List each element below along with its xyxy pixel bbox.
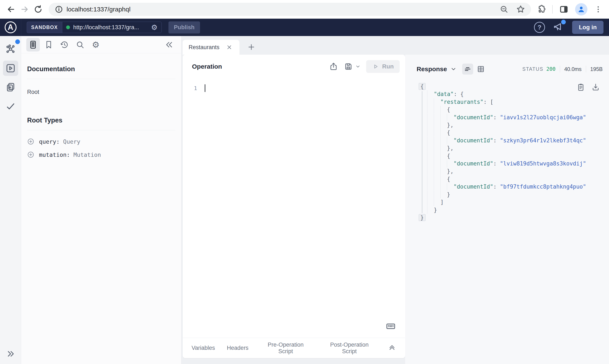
operation-title: Operation [192, 63, 222, 70]
tab-bar: Restaurants [181, 36, 609, 55]
keyboard-shortcuts-icon[interactable] [385, 321, 396, 333]
toolbar-divider [552, 5, 553, 13]
json-line: }, [417, 144, 603, 152]
collapse-docs-icon[interactable] [163, 38, 176, 52]
endpoint-group: SANDBOX http://localhost:1337/gra... ⚙ [27, 22, 162, 33]
sidebar-item-checks[interactable] [3, 99, 18, 114]
root-types-title: Root Types [27, 117, 175, 124]
browser-menu-icon[interactable] [594, 5, 603, 14]
divider [27, 130, 175, 130]
type-name[interactable]: Mutation [74, 152, 101, 158]
operation-editor[interactable]: 1 [183, 76, 405, 338]
address-bar[interactable]: localhost:1337/graphql [49, 3, 531, 16]
browser-forward-button[interactable] [18, 2, 31, 16]
tab-post-operation-script[interactable]: Post-Operation Script [323, 341, 376, 355]
settings-gear-icon[interactable]: ⚙ [89, 38, 103, 52]
app-header: A SANDBOX http://localhost:1337/gra... ⚙… [0, 19, 609, 36]
response-duration: 40.0ms [564, 66, 582, 72]
extensions-icon[interactable] [536, 4, 546, 14]
browser-back-button[interactable] [4, 2, 18, 16]
json-line: "restaurants": [ [417, 98, 603, 106]
screen: localhost:1337/graphql [0, 0, 609, 364]
json-line: "documentId": "bf97tfdumkcc8ptahkng4puo" [417, 183, 603, 191]
endpoint-settings-icon[interactable]: ⚙ [151, 24, 157, 31]
response-json-viewer[interactable]: {"data": {"restaurants": [{"documentId":… [417, 83, 603, 221]
line-number: 1 [183, 85, 197, 91]
json-line: { [417, 106, 603, 113]
rail-notification-dot [15, 39, 20, 44]
announcements-button[interactable] [553, 21, 564, 33]
status-code: 200 [546, 66, 555, 72]
table-view-toggle[interactable] [475, 64, 486, 75]
tab-headers[interactable]: Headers [227, 345, 248, 351]
chevron-down-icon [450, 66, 457, 72]
site-info-icon[interactable] [54, 5, 64, 14]
documentation-panel: ⚙ Documentation Root Root Types query: Q… [21, 36, 181, 364]
operation-panel: Operation [183, 55, 405, 358]
apollo-logo-letter: A [5, 21, 16, 33]
docs-root-link[interactable]: Root [27, 89, 175, 95]
sidebar-item-explorer[interactable] [3, 61, 18, 76]
expand-rail-icon[interactable] [6, 349, 15, 359]
json-line: { [417, 152, 603, 160]
raw-view-toggle[interactable] [462, 64, 473, 75]
publish-button[interactable]: Publish [168, 21, 200, 33]
tab-variables[interactable]: Variables [192, 345, 215, 351]
json-line: "documentId": "lviw819d5htwvga8s3kovdij" [417, 160, 603, 167]
json-line: "documentId": "szkyn3pr64r1v2lkebf3t4qc" [417, 137, 603, 144]
json-line: } [417, 206, 603, 214]
root-type-query-row[interactable]: query: Query [27, 138, 175, 145]
json-line: } [417, 214, 603, 221]
endpoint-url-text: http://localhost:1337/gra... [73, 24, 148, 31]
copy-response-icon[interactable] [576, 83, 585, 93]
type-name[interactable]: Query [63, 138, 80, 145]
response-title: Response [417, 65, 447, 73]
response-size: 195B [590, 66, 603, 72]
add-field-icon[interactable] [27, 151, 34, 158]
fold-rail [422, 91, 422, 213]
search-icon[interactable] [73, 38, 87, 52]
sidebar-item-changes[interactable] [3, 80, 18, 95]
json-line: } [417, 191, 603, 198]
bookmark-star-icon[interactable] [516, 4, 526, 14]
save-operation-icon[interactable] [344, 62, 353, 71]
share-operation-icon[interactable] [329, 62, 338, 71]
json-line: { [417, 129, 603, 136]
docs-toolbar: ⚙ [21, 36, 181, 53]
save-menu-chevron-icon[interactable] [355, 64, 361, 69]
history-icon[interactable] [58, 38, 71, 52]
docs-title: Documentation [27, 65, 175, 73]
endpoint-url-field[interactable]: http://localhost:1337/gra... ⚙ [62, 22, 162, 33]
tab-close-icon[interactable] [225, 43, 233, 52]
profile-avatar[interactable] [575, 3, 587, 15]
sandbox-badge: SANDBOX [27, 22, 62, 33]
operation-footer: Variables Headers Pre-Operation Script P… [183, 338, 405, 358]
tab-pre-operation-script[interactable]: Pre-Operation Script [260, 341, 311, 355]
documentation-tab-icon[interactable] [26, 38, 40, 52]
new-tab-icon[interactable] [245, 41, 257, 53]
side-panel-icon[interactable] [559, 4, 569, 14]
notification-dot [561, 20, 566, 24]
run-button[interactable]: Run [366, 60, 400, 73]
collapse-footer-icon[interactable] [388, 343, 396, 353]
json-line: { [417, 175, 603, 183]
browser-reload-button[interactable] [31, 2, 45, 16]
zoom-out-icon[interactable] [500, 5, 508, 14]
saved-operations-icon[interactable] [42, 38, 55, 52]
root-type-mutation-row[interactable]: mutation: Mutation [27, 151, 175, 158]
json-line: "data": { [417, 90, 603, 98]
sidebar-item-schema[interactable] [3, 41, 18, 57]
apollo-logo[interactable]: A [0, 19, 21, 36]
help-icon[interactable]: ? [534, 22, 545, 33]
status-label: STATUS [522, 66, 543, 72]
tab-label: Restaurants [189, 44, 225, 51]
type-field: query: [39, 138, 60, 145]
download-response-icon[interactable] [591, 83, 600, 93]
play-icon [372, 63, 379, 70]
response-dropdown[interactable]: Response [417, 65, 457, 73]
tab-restaurants[interactable]: Restaurants [183, 40, 239, 55]
login-button[interactable]: Log in [572, 21, 604, 34]
add-field-icon[interactable] [27, 138, 34, 145]
json-line: "documentId": "iavv1s2l27uoblqcjai06wga" [417, 114, 603, 121]
url-text[interactable]: localhost:1337/graphql [66, 6, 495, 13]
